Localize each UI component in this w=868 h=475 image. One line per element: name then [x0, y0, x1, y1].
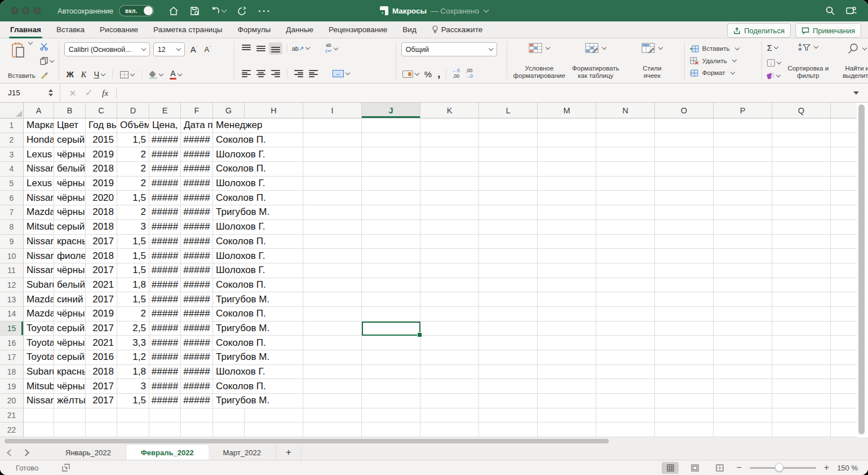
ribbon-tab-draw[interactable]: Рисование	[100, 21, 138, 38]
grow-font-button[interactable]: Аˆ	[191, 45, 198, 54]
cell-O17[interactable]	[655, 350, 714, 365]
name-box[interactable]: J15	[0, 89, 48, 97]
row-header-1[interactable]: 1	[0, 118, 24, 133]
cell-J12[interactable]	[362, 278, 420, 293]
align-left-button[interactable]	[240, 68, 253, 80]
cell-M3[interactable]	[538, 147, 596, 162]
cell-N7[interactable]	[596, 205, 655, 220]
page-layout-view-button[interactable]	[687, 462, 703, 474]
cell-K15[interactable]	[420, 322, 479, 336]
cell-G8[interactable]: Шолохов Г.	[213, 220, 245, 235]
share-user-icon[interactable]	[845, 6, 857, 16]
cell-C15[interactable]: 2017	[86, 322, 117, 336]
cell-D4[interactable]: 2	[117, 162, 149, 177]
cell-I17[interactable]	[303, 350, 362, 365]
row-header-11[interactable]: 11	[0, 263, 24, 278]
cell-C21[interactable]	[86, 408, 117, 423]
cell-I2[interactable]	[303, 133, 362, 148]
row-header-15[interactable]: 15	[0, 322, 24, 336]
shrink-font-button[interactable]: Аˇ	[204, 45, 210, 54]
cell-P19[interactable]	[714, 379, 772, 394]
font-color-button[interactable]: А	[170, 69, 181, 80]
cell-C6[interactable]: 2020	[86, 191, 117, 205]
cell-B19[interactable]: чёрны	[54, 379, 86, 394]
col-header-L[interactable]: L	[479, 103, 538, 118]
cell-D18[interactable]: 1,8	[117, 365, 149, 380]
normal-view-button[interactable]	[662, 462, 679, 474]
cell-A14[interactable]: Mazda	[24, 307, 54, 322]
cancel-icon[interactable]: ×	[69, 87, 76, 99]
sheet-tab-march-2022[interactable]: Март_2022	[209, 445, 276, 460]
align-bottom-button[interactable]	[269, 42, 282, 55]
percent-style-button[interactable]: %	[424, 69, 432, 79]
cell-Q13[interactable]	[772, 292, 831, 307]
cell-G17[interactable]: Тригубов М.	[213, 350, 245, 365]
insert-function-icon[interactable]: fx	[102, 88, 108, 98]
cell-D21[interactable]	[117, 408, 149, 423]
fill-color-button[interactable]	[149, 71, 163, 78]
cell-Q3[interactable]	[772, 147, 831, 162]
cell-A19[interactable]: Mitsub	[24, 379, 54, 394]
cell-F5[interactable]: #####	[181, 177, 213, 191]
cell-I3[interactable]	[303, 147, 362, 162]
cell-K1[interactable]	[420, 118, 479, 133]
cell-M19[interactable]	[538, 379, 596, 394]
cell-E11[interactable]: #####	[149, 263, 181, 278]
align-right-button[interactable]	[269, 68, 282, 80]
fill-button[interactable]: ↓	[767, 59, 781, 67]
cell-K20[interactable]	[420, 394, 479, 408]
cell-G22[interactable]	[213, 423, 245, 437]
cell-O18[interactable]	[655, 365, 714, 380]
cell-P21[interactable]	[714, 408, 772, 423]
cell-C18[interactable]: 2018	[86, 365, 117, 380]
cell-F15[interactable]: #####	[181, 322, 213, 336]
cell-I4[interactable]	[303, 162, 362, 177]
cell-A16[interactable]: Toyota	[24, 336, 54, 350]
row-header-13[interactable]: 13	[0, 292, 24, 307]
cell-Q16[interactable]	[772, 336, 831, 350]
cell-K4[interactable]	[420, 162, 479, 177]
cell-G11[interactable]: Шолохов Г.	[213, 263, 245, 278]
cell-E15[interactable]: #####	[149, 322, 181, 336]
next-sheet-icon[interactable]	[22, 449, 29, 456]
cell-K16[interactable]	[420, 336, 479, 350]
cell-C4[interactable]: 2018	[86, 162, 117, 177]
cell-M11[interactable]	[538, 263, 596, 278]
cell-O5[interactable]	[655, 177, 714, 191]
row-header-14[interactable]: 14	[0, 307, 24, 322]
italic-button[interactable]: К	[81, 71, 87, 79]
cell-B1[interactable]: Цвет	[54, 118, 86, 133]
cell-C16[interactable]: 2021	[86, 336, 117, 350]
row-header-2[interactable]: 2	[0, 133, 24, 148]
cell-B7[interactable]: чёрны	[54, 205, 86, 220]
cell-D15[interactable]: 2,5	[117, 322, 149, 336]
cell-K3[interactable]	[420, 147, 479, 162]
close-window-button[interactable]	[11, 7, 18, 14]
cell-O1[interactable]	[655, 118, 714, 133]
cell-N4[interactable]	[596, 162, 655, 177]
number-format-select[interactable]: Общий	[401, 42, 497, 56]
cell-F18[interactable]: #####	[181, 365, 213, 380]
cell-Q8[interactable]	[772, 220, 831, 235]
cell-G9[interactable]: Соколов П.	[213, 235, 245, 249]
cell-L13[interactable]	[479, 292, 538, 307]
cell-P7[interactable]	[714, 205, 772, 220]
cell-N5[interactable]	[596, 177, 655, 191]
cell-A6[interactable]: Nissan	[24, 191, 54, 205]
cell-L7[interactable]	[479, 205, 538, 220]
cell-L20[interactable]	[479, 394, 538, 408]
cell-J16[interactable]	[362, 336, 420, 350]
cell-G14[interactable]: Соколов П.	[213, 307, 245, 322]
cell-B17[interactable]: серый	[54, 350, 86, 365]
cell-J8[interactable]	[362, 220, 420, 235]
increase-decimal-button[interactable]: ←0,00	[452, 68, 459, 80]
cell-J9[interactable]	[362, 235, 420, 249]
cell-J2[interactable]	[362, 133, 420, 148]
cell-J1[interactable]	[362, 118, 420, 133]
cell-E20[interactable]: #####	[149, 394, 181, 408]
cell-A22[interactable]	[24, 423, 54, 437]
cell-P14[interactable]	[714, 307, 772, 322]
zoom-in-button[interactable]: +	[824, 463, 829, 472]
cell-C1[interactable]: Год вь	[86, 118, 117, 133]
cell-Q11[interactable]	[772, 263, 831, 278]
